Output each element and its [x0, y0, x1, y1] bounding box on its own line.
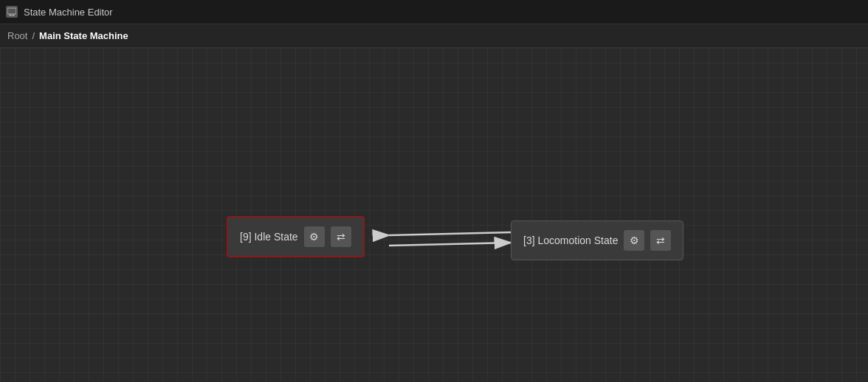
app-title: State Machine Editor — [24, 7, 113, 18]
breadcrumb: Root / Main State Machine — [0, 24, 868, 48]
transfer-icon: ⇄ — [656, 235, 665, 246]
breadcrumb-root[interactable]: Root — [7, 30, 27, 41]
idle-state-label: [9] Idle State — [240, 231, 298, 243]
app-icon — [6, 6, 18, 18]
title-bar: State Machine Editor — [0, 0, 868, 24]
breadcrumb-current: Main State Machine — [39, 30, 128, 41]
locomotion-state-node[interactable]: [3] Locomotion State ⚙ ⇄ — [511, 220, 683, 260]
locomotion-state-transfer-button[interactable]: ⇄ — [650, 230, 671, 251]
arrows-overlay — [0, 48, 868, 382]
idle-state-node[interactable]: [9] Idle State ⚙ ⇄ — [227, 216, 365, 257]
gear-icon: ⚙ — [630, 235, 639, 246]
transfer-icon: ⇄ — [337, 231, 345, 243]
idle-state-transfer-button[interactable]: ⇄ — [331, 226, 351, 247]
locomotion-state-label: [3] Locomotion State — [523, 235, 618, 246]
breadcrumb-separator: / — [32, 30, 35, 41]
svg-line-6 — [389, 243, 511, 246]
svg-line-7 — [389, 232, 511, 235]
canvas: [9] Idle State ⚙ ⇄ [3] Locomotion State … — [0, 48, 868, 382]
idle-state-gear-button[interactable]: ⚙ — [304, 226, 325, 247]
svg-rect-0 — [7, 8, 16, 14]
gear-icon: ⚙ — [309, 231, 319, 243]
locomotion-state-gear-button[interactable]: ⚙ — [624, 230, 644, 251]
